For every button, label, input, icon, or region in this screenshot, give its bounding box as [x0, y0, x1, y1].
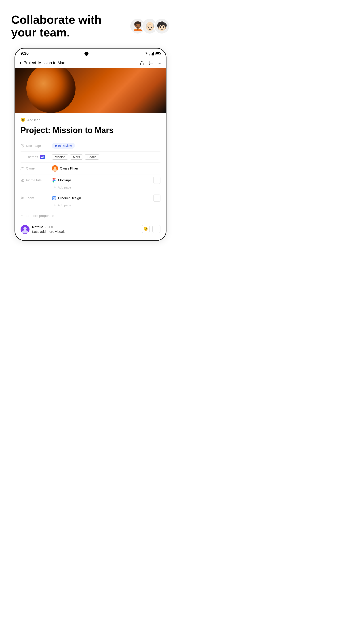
add-icon-label: Add icon — [27, 118, 40, 122]
team-file-name: Product Design — [58, 196, 81, 200]
owner-icon — [20, 166, 24, 170]
emoji-reaction-button[interactable]: 🙂 — [142, 225, 150, 233]
nav-actions: ··· — [140, 60, 161, 66]
doc-title: Project: Mission to Mars — [20, 126, 160, 135]
figma-logo-icon — [52, 178, 56, 182]
comment-actions: 🙂 ··· — [142, 225, 160, 233]
tag-space[interactable]: Space — [85, 154, 99, 160]
property-figma-file: Figma File Mockups − + — [20, 174, 160, 192]
owner-avatar-face — [52, 165, 58, 172]
tag-mars[interactable]: Mars — [70, 154, 83, 160]
owner-name: Owais Khan — [60, 166, 78, 170]
property-label-team: Team — [20, 196, 52, 200]
more-icon[interactable]: ··· — [158, 60, 161, 66]
status-icons — [144, 52, 160, 56]
svg-point-5 — [21, 156, 21, 156]
property-label-themes: Themes AI — [20, 155, 52, 159]
nav-bar: ‹ Project: Mission to Mars ··· — [15, 58, 166, 68]
property-value-doc-stage: In Review — [52, 143, 160, 149]
back-button[interactable]: ‹ — [20, 60, 21, 66]
property-themes: Themes AI Mission Mars Space — [20, 152, 160, 162]
hero-title: Collaborate with your team. — [11, 14, 127, 39]
comment-more-button[interactable]: ··· — [152, 225, 160, 233]
ai-badge: AI — [40, 155, 45, 159]
badge-dot — [55, 145, 57, 147]
comment-text: Let's add more visuals — [32, 230, 139, 234]
mars-planet — [26, 68, 75, 113]
svg-point-8 — [21, 167, 22, 168]
property-value-themes: Mission Mars Space — [52, 154, 160, 160]
product-design-icon — [52, 196, 56, 200]
property-owner: Owner Owais Khan — [20, 162, 160, 174]
battery-icon — [156, 52, 160, 55]
smile-icon: 🙂 — [20, 118, 25, 122]
svg-point-6 — [21, 157, 21, 157]
team-add-page-line: + Add page — [20, 202, 160, 208]
svg-point-11 — [21, 197, 22, 198]
property-doc-stage: Doc stage In Review — [20, 140, 160, 152]
hero-section: Collaborate with your team. 🧑🏾‍🦱 👴🏻 🧒🏻 — [4, 9, 177, 48]
team-add-page-plus-icon: + — [54, 203, 56, 208]
team-remove-button[interactable]: − — [153, 194, 160, 202]
camera-dot — [84, 52, 88, 56]
property-team: Team Product Design − + Add page — [20, 192, 160, 210]
add-page-plus-icon: + — [54, 185, 56, 190]
wifi-icon — [144, 52, 148, 55]
status-time: 9:30 — [20, 51, 28, 56]
figma-remove-button[interactable]: − — [153, 177, 160, 184]
content-area: 🙂 Add icon Project: Mission to Mars Doc … — [15, 113, 166, 240]
svg-point-10 — [54, 166, 56, 169]
team-add-page[interactable]: + Add page — [54, 203, 71, 208]
status-badge[interactable]: In Review — [52, 143, 75, 149]
team-main-line: Team Product Design − — [20, 194, 160, 202]
figma-main-line: Figma File Mockups − — [20, 177, 160, 184]
figma-file-item: Mockups — [52, 178, 153, 182]
comment-date: Apr 9 — [45, 225, 53, 228]
comment-section: Natalie Apr 9 Let's add more visuals 🙂 ·… — [20, 222, 160, 236]
commenter-avatar-face — [20, 225, 29, 234]
figma-file-name: Mockups — [58, 178, 71, 182]
mars-image — [15, 68, 166, 113]
chevron-down-icon — [20, 214, 24, 217]
phone-mockup: 9:30 ‹ Project: Mission to Mars — [14, 48, 166, 241]
hero-avatars: 🧑🏾‍🦱 👴🏻 🧒🏻 — [130, 18, 170, 34]
svg-rect-12 — [52, 196, 56, 200]
commenter-name: Natalie — [32, 225, 43, 229]
more-properties[interactable]: 11 more properties — [20, 210, 160, 222]
figma-add-page-line: + Add page — [20, 184, 160, 190]
share-icon[interactable] — [140, 60, 145, 65]
team-icon — [20, 196, 24, 200]
property-label-figma: Figma File — [20, 178, 52, 182]
add-icon-row[interactable]: 🙂 Add icon — [20, 118, 160, 122]
themes-icon — [20, 155, 24, 159]
avatar-3: 🧒🏻 — [154, 18, 170, 34]
chat-icon[interactable] — [149, 60, 153, 65]
comment-body: Natalie Apr 9 Let's add more visuals — [32, 225, 139, 234]
status-bar: 9:30 — [15, 48, 166, 58]
property-label-doc-stage: Doc stage — [20, 144, 52, 148]
nav-title: Project: Mission to Mars — [23, 60, 140, 65]
comment-header: Natalie Apr 9 — [32, 225, 139, 229]
svg-point-15 — [23, 227, 26, 230]
team-file-item: Product Design — [52, 196, 153, 200]
tag-mission[interactable]: Mission — [52, 154, 68, 160]
property-label-owner: Owner — [20, 166, 52, 170]
figma-add-page[interactable]: + Add page — [54, 185, 71, 190]
commenter-avatar — [20, 225, 29, 234]
signal-icon — [149, 52, 154, 56]
doc-stage-icon — [20, 144, 24, 148]
figma-file-icon — [20, 178, 24, 182]
property-value-owner: Owais Khan — [52, 165, 160, 172]
owner-avatar — [52, 165, 58, 172]
